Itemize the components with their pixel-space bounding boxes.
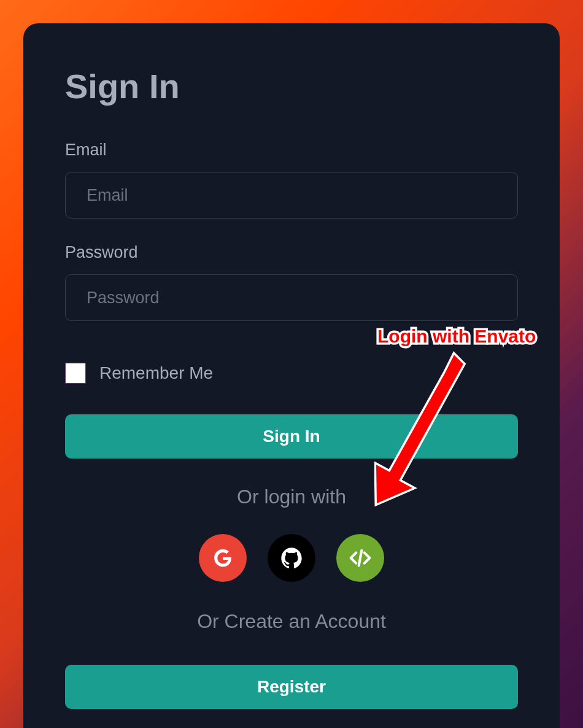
email-input[interactable] — [65, 172, 518, 219]
email-label: Email — [65, 141, 518, 160]
page-title: Sign In — [65, 66, 518, 106]
envato-login-button[interactable] — [336, 534, 384, 582]
or-login-with-text: Or login with — [65, 486, 518, 508]
google-icon — [212, 547, 234, 569]
signin-card: Sign In Email Password Remember Me Sign … — [23, 23, 560, 728]
social-login-row — [65, 534, 518, 582]
password-input[interactable] — [65, 274, 518, 321]
signin-button[interactable]: Sign In — [65, 414, 518, 459]
github-login-button[interactable] — [268, 534, 315, 582]
google-login-button[interactable] — [199, 534, 247, 582]
code-icon — [346, 544, 374, 572]
remember-label: Remember Me — [99, 363, 213, 383]
or-create-account-text: Or Create an Account — [65, 610, 518, 633]
register-button[interactable]: Register — [65, 665, 518, 709]
remember-row: Remember Me — [65, 363, 518, 384]
remember-checkbox[interactable] — [65, 363, 86, 384]
github-icon — [279, 546, 304, 570]
password-label: Password — [65, 243, 518, 262]
